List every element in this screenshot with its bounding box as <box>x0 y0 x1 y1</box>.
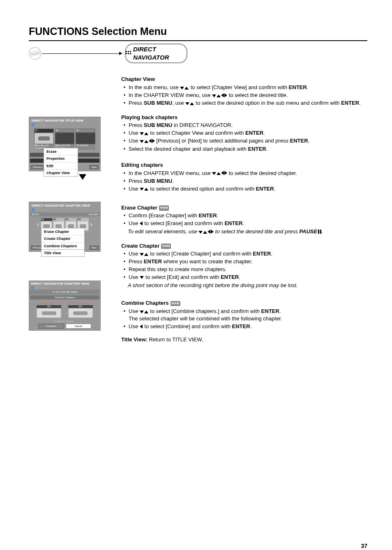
nav-arrows-icon <box>212 170 227 177</box>
svg-rect-3 <box>126 53 127 54</box>
menu-title-view[interactable]: Title View <box>42 250 84 256</box>
section-playing-back: Playing back chapters <box>121 114 367 121</box>
menu-combine-chapters[interactable]: Combine Chapters <box>42 242 84 249</box>
section-erase-chapter: Erase ChapterRAM <box>121 204 367 212</box>
section-create-chapter: Create ChapterRAM <box>121 242 367 250</box>
nav-arrows-icon <box>198 228 214 236</box>
nav-arrows-icon <box>140 138 155 145</box>
screenshot-chapter-view: DIRECT NAVIGATOR CHAPTER VIEW 🌀DVD-RAM 0… <box>29 202 101 252</box>
screenshot-title-view: DIRECT NAVIGATOR TITLE VIEW 🌀DVD-RAM 01 … <box>29 117 101 171</box>
nav-arrows-icon <box>180 84 189 92</box>
page-number: 37 <box>361 542 367 550</box>
prev-button[interactable]: Previous <box>31 165 44 169</box>
nav-arrows-icon <box>140 130 149 137</box>
menu-icon <box>126 51 131 56</box>
pause-icon <box>317 228 321 236</box>
nav-arrows-icon <box>140 308 149 315</box>
nav-arrows-icon <box>140 251 149 258</box>
popup-menu-chapter-view: Erase Chapter Create Chapter Combine Cha… <box>41 228 85 249</box>
ram-badge: RAM <box>171 301 180 306</box>
down-arrow-icon <box>140 274 144 281</box>
nav-arrows-icon <box>185 100 194 107</box>
popup-menu-title-view: Erase Properties Edit Chapter View <box>44 148 78 177</box>
combine-button[interactable]: Combine <box>38 324 64 329</box>
svg-rect-2 <box>130 51 131 52</box>
svg-rect-1 <box>128 51 129 52</box>
nav-arrows-icon <box>140 185 149 193</box>
create-note: A short section of the recording right b… <box>128 282 367 289</box>
svg-rect-5 <box>130 53 131 54</box>
menu-chapter-view[interactable]: Chapter View <box>44 169 78 176</box>
section-editing-chapters: Editing chapters <box>121 161 367 169</box>
ram-badge: RAM <box>161 244 171 249</box>
ram-badge: RAM <box>159 205 169 211</box>
menu-erase-chapter[interactable]: Erase Chapter <box>42 228 84 235</box>
erase-note: To edit several elements, use to select … <box>128 228 367 235</box>
down-arrow-icon <box>79 174 86 180</box>
section-combine-chapters: Combine ChaptersRAM <box>121 299 367 307</box>
page-title: FUNCTIONS Selection Menu <box>29 25 367 39</box>
section-chapter-view: Chapter View <box>121 76 367 83</box>
arrow-line <box>42 52 122 55</box>
menu-erase[interactable]: Erase <box>44 148 78 155</box>
title-underline <box>29 40 367 41</box>
direct-navigator-label: DIRECT NAVIGATOR <box>125 44 187 64</box>
svg-rect-4 <box>128 53 129 54</box>
cancel-button[interactable]: Cancel <box>66 324 92 329</box>
menu-create-chapter[interactable]: Create Chapter <box>42 235 84 242</box>
svg-rect-0 <box>126 51 127 52</box>
decor-label-icon: Navigate <box>28 46 42 61</box>
nav-arrows-icon <box>212 92 227 99</box>
menu-properties[interactable]: Properties <box>44 155 78 162</box>
left-arrow-icon <box>140 323 143 331</box>
menu-edit[interactable]: Edit <box>44 162 78 169</box>
next-button[interactable]: Next <box>90 246 99 250</box>
next-button[interactable]: Next <box>90 165 99 169</box>
screenshot-combine-chapters: DIRECT NAVIGATOR CHAPTER VIEW 🌀DVD-RAM 1… <box>29 281 101 331</box>
title-view-line: Title View: Return to TITLE VIEW. <box>121 336 367 343</box>
left-arrow-icon <box>140 220 143 228</box>
